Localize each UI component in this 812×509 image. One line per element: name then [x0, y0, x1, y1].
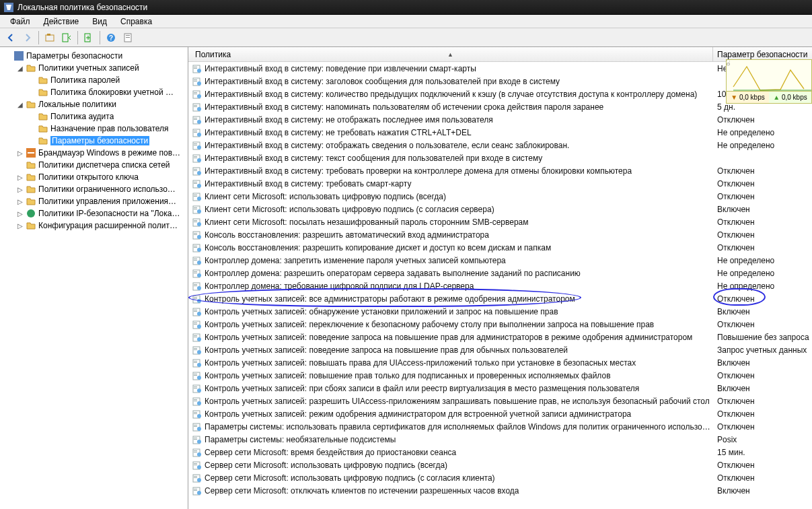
tree-item[interactable]: ▷Брандмауэр Windows в режиме пов… [0, 147, 188, 159]
policy-row[interactable]: Контроллер домена: требование цифровой п… [188, 279, 812, 292]
policy-row[interactable]: Сервер сети Microsoft: использовать цифр… [188, 459, 812, 471]
tree-item[interactable]: ▷Политики управления приложения… [0, 195, 188, 207]
tree-item[interactable]: Политики диспетчера списка сетей [0, 159, 188, 171]
policy-row[interactable]: Интерактивный вход в систему: не отображ… [188, 113, 812, 126]
policy-row[interactable]: Интерактивный вход в систему: отображать… [188, 139, 812, 151]
policy-row[interactable]: Контроллер домена: запретить изменение п… [188, 254, 812, 267]
svg-rect-16 [194, 68, 197, 69]
folder-icon [38, 87, 48, 98]
tree-item[interactable]: Политика аудита [0, 110, 188, 123]
tree-item-label: Политика блокировки учетной … [50, 88, 174, 97]
tree-item[interactable]: ◢Политики учетных записей [0, 62, 188, 74]
tb-icon-3[interactable] [120, 30, 135, 45]
tb-icon-1[interactable] [42, 30, 57, 45]
navigation-tree[interactable]: Параметры безопасности◢Политики учетных … [0, 47, 188, 509]
tree-item[interactable]: ◢Локальные политики [0, 98, 188, 110]
menu-view[interactable]: Вид [85, 17, 114, 26]
policy-row[interactable]: Контроль учетных записей: повышать права… [188, 356, 812, 369]
policy-row[interactable]: Интерактивный вход в систему: напоминать… [188, 100, 812, 113]
policy-name: Интерактивный вход в систему: текст сооб… [203, 154, 713, 163]
policy-name: Контроль учетных записей: повышение прав… [203, 371, 713, 380]
menu-help[interactable]: Справка [114, 17, 159, 26]
svg-rect-135 [194, 450, 197, 451]
policy-list[interactable]: Интерактивный вход в систему: поведение … [188, 62, 812, 509]
tree-twisty-icon[interactable]: ▷ [15, 210, 26, 217]
policy-row[interactable]: Контроль учетных записей: повышение прав… [188, 369, 812, 382]
policy-row[interactable]: Интерактивный вход в систему: поведение … [188, 62, 812, 75]
menu-file[interactable]: Файл [3, 17, 37, 26]
tree-twisty-icon[interactable]: ▷ [15, 222, 26, 230]
policy-name: Интерактивный вход в систему: напоминать… [203, 102, 713, 112]
tree-item[interactable]: ▷Политики открытого ключа [0, 171, 188, 183]
policy-row[interactable]: Сервер сети Microsoft: время бездействия… [188, 446, 812, 459]
policy-row[interactable]: Контроль учетных записей: при сбоях запи… [188, 382, 812, 395]
svg-rect-52 [194, 183, 197, 184]
policy-row[interactable]: Контроль учетных записей: все администра… [188, 292, 812, 305]
policy-row[interactable]: Контроль учетных записей: обнаружение ус… [188, 305, 812, 318]
tree-twisty-icon[interactable]: ▷ [15, 174, 26, 181]
policy-row[interactable]: Интерактивный вход в систему: количество… [188, 88, 812, 100]
tree-item[interactable]: ▷Конфигурация расширенной полит… [0, 219, 188, 232]
policy-row[interactable]: Контроль учетных записей: переключение к… [188, 318, 812, 331]
svg-rect-63 [194, 220, 197, 221]
help-button[interactable]: ? [104, 30, 118, 45]
policy-row[interactable]: Контроллер домена: разрешить операторам … [188, 267, 812, 279]
policy-item-icon [191, 333, 203, 342]
policy-value: Включен [713, 384, 812, 393]
back-button[interactable] [3, 30, 18, 45]
policy-row[interactable]: Консоль восстановления: разрешить автома… [188, 228, 812, 241]
policy-row[interactable]: Клиент сети Microsoft: использовать цифр… [188, 203, 812, 215]
policy-row[interactable]: Интерактивный вход в систему: текст сооб… [188, 151, 812, 164]
menu-action[interactable]: Действие [37, 17, 86, 26]
policy-item-icon [191, 154, 203, 163]
tree-twisty-icon[interactable]: ▷ [15, 149, 26, 157]
tree-item[interactable]: Параметры безопасности [0, 135, 188, 147]
policy-name: Контроллер домена: разрешить операторам … [203, 269, 713, 278]
folder-icon [26, 184, 36, 195]
policy-value: Не определено [713, 256, 812, 265]
tree-item[interactable]: Политика блокировки учетной … [0, 86, 188, 98]
folder-icon [26, 220, 36, 231]
svg-rect-60 [194, 209, 197, 209]
policy-row[interactable]: Интерактивный вход в систему: не требова… [188, 126, 812, 139]
policy-row[interactable]: Интерактивный вход в систему: заголовок … [188, 75, 812, 88]
tree-item-label: Политики ограниченного использо… [38, 184, 176, 194]
svg-point-17 [197, 69, 201, 73]
svg-rect-143 [194, 476, 197, 477]
policy-row[interactable]: Сервер сети Microsoft: использовать цифр… [188, 471, 812, 484]
policy-row[interactable]: Консоль восстановления: разрешить копиро… [188, 241, 812, 254]
policy-row[interactable]: Контроль учетных записей: поведение запр… [188, 343, 812, 356]
svg-rect-92 [194, 311, 197, 312]
tree-twisty-icon[interactable]: ◢ [15, 101, 26, 108]
tree-item[interactable]: Параметры безопасности [0, 50, 188, 62]
tree-item[interactable]: ▷Политики ограниченного использо… [0, 183, 188, 195]
policy-item-icon [191, 179, 203, 189]
column-header-policy[interactable]: Политика ▲ [188, 47, 713, 61]
policy-row[interactable]: Клиент сети Microsoft: использовать цифр… [188, 190, 812, 203]
tree-item[interactable]: Политика паролей [0, 74, 188, 86]
tree-twisty-icon[interactable]: ◢ [15, 65, 26, 72]
menu-bar: Файл Действие Вид Справка [0, 15, 812, 28]
tree-twisty-icon[interactable]: ▷ [15, 198, 26, 205]
netmon-download: ▼ 0,0 kbps [727, 91, 769, 103]
tb-icon-2[interactable] [81, 30, 96, 45]
tree-twisty-icon[interactable]: ▷ [15, 186, 26, 193]
forward-button[interactable] [20, 30, 35, 45]
svg-rect-40 [194, 145, 197, 145]
tree-item-label: Конфигурация расширенной полит… [38, 221, 178, 230]
svg-rect-120 [194, 401, 197, 401]
tree-item[interactable]: ▷Политики IP-безопасности на "Лока… [0, 207, 188, 219]
policy-row[interactable]: Параметры системы: необязательные подсис… [188, 433, 812, 446]
policy-row[interactable]: Клиент сети Microsoft: посылать незашифр… [188, 215, 812, 228]
export-list-button[interactable] [59, 30, 74, 45]
policy-row[interactable]: Интерактивный вход в систему: требовать … [188, 164, 812, 177]
policy-row[interactable]: Контроль учетных записей: поведение запр… [188, 331, 812, 343]
policy-row[interactable]: Сервер сети Microsoft: отключать клиенто… [188, 484, 812, 497]
policy-row[interactable]: Контроль учетных записей: режим одобрени… [188, 407, 812, 420]
policy-row[interactable]: Интерактивный вход в систему: требовать … [188, 177, 812, 190]
policy-row[interactable]: Параметры системы: использовать правила … [188, 420, 812, 433]
tree-item[interactable]: Назначение прав пользователя [0, 123, 188, 135]
svg-point-109 [197, 363, 201, 367]
policy-row[interactable]: Контроль учетных записей: разрешить UIAc… [188, 395, 812, 407]
policy-name: Контроль учетных записей: повышать права… [203, 358, 713, 368]
